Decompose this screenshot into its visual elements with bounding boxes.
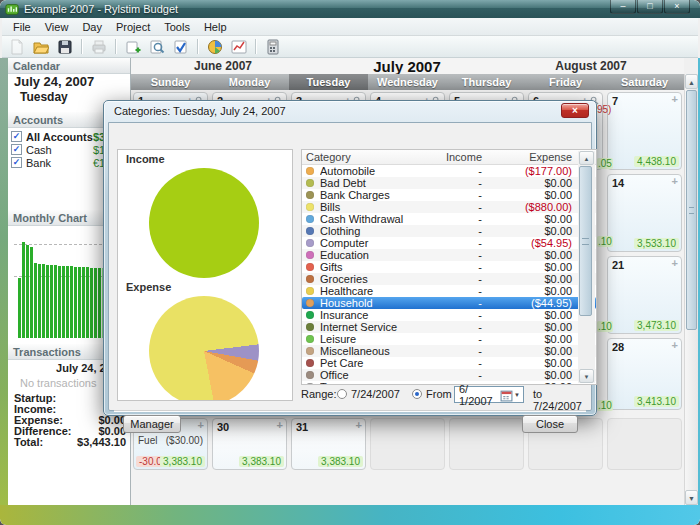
column-income[interactable]: Income xyxy=(432,151,482,163)
scroll-down-icon[interactable]: ▼ xyxy=(685,490,698,505)
category-name: Pet Care xyxy=(320,357,432,369)
add-transaction-icon[interactable]: + xyxy=(198,421,204,430)
pie-panel: Income Expense xyxy=(117,149,293,401)
weekday-sunday[interactable]: Sunday xyxy=(131,74,210,90)
category-row[interactable]: Education-$0.00 xyxy=(302,249,596,261)
checkbox-icon[interactable]: ✓ xyxy=(11,157,22,168)
category-list-header[interactable]: Category Income Expense xyxy=(302,150,596,165)
day-number: 7 xyxy=(612,95,618,107)
checkbox-icon[interactable]: ✓ xyxy=(11,144,22,155)
day-cell-30[interactable]: 30+3,383.10 xyxy=(212,418,287,470)
day-cell-7[interactable]: 7+4,438.10 xyxy=(607,92,682,170)
title-bar[interactable]: Example 2007 - Rylstim Budget – □ × xyxy=(0,0,700,18)
category-row[interactable]: Pet Care-$0.00 xyxy=(302,357,596,369)
weekday-monday[interactable]: Monday xyxy=(210,74,289,90)
list-scrollbar-thumb[interactable] xyxy=(579,166,592,316)
category-row[interactable]: Office-$0.00 xyxy=(302,369,596,381)
transaction-row[interactable]: Fuel($30.00) xyxy=(138,435,203,446)
day-number: 30 xyxy=(217,421,229,433)
category-expense: $0.00 xyxy=(482,249,572,261)
date-dropdown-icon[interactable]: ▼ xyxy=(513,392,523,398)
weekday-wednesday[interactable]: Wednesday xyxy=(368,74,447,90)
scrollbar-thumb[interactable] xyxy=(686,90,697,330)
dialog-close-action-button[interactable]: Close xyxy=(522,415,578,433)
category-row[interactable]: Taxes-$0.00 xyxy=(302,381,596,385)
weekday-tuesday[interactable]: Tuesday xyxy=(289,74,368,90)
menu-file[interactable]: File xyxy=(6,19,38,35)
open-folder-icon[interactable] xyxy=(30,38,52,56)
add-transaction-icon[interactable]: + xyxy=(672,177,678,186)
chart-bar xyxy=(34,263,37,338)
category-income: - xyxy=(432,225,482,237)
category-row[interactable]: Bad Debt-$0.00 xyxy=(302,177,596,189)
print-icon[interactable] xyxy=(88,38,110,56)
list-scroll-up-icon[interactable]: ▲ xyxy=(579,151,594,165)
category-list-scrollbar[interactable]: ▲ ▼ xyxy=(578,151,595,383)
category-row[interactable]: Healthcare-$0.00 xyxy=(302,285,596,297)
range-from-label[interactable]: From xyxy=(426,388,452,400)
column-expense[interactable]: Expense xyxy=(482,151,572,163)
search-icon[interactable] xyxy=(146,38,168,56)
line-chart-icon[interactable] xyxy=(228,38,250,56)
category-name: Taxes xyxy=(320,381,432,385)
category-row[interactable]: Groceries-$0.00 xyxy=(302,273,596,285)
menu-day[interactable]: Day xyxy=(75,19,109,35)
weekday-saturday[interactable]: Saturday xyxy=(605,74,684,90)
day-cell-31[interactable]: 31+3,383.10 xyxy=(291,418,366,470)
calendar-scrollbar[interactable]: ▲ ▼ xyxy=(684,74,698,505)
chart-bar xyxy=(74,267,77,338)
category-row[interactable]: Cash Withdrawal-$0.00 xyxy=(302,213,596,225)
category-expense: $0.00 xyxy=(482,321,572,333)
from-date-input[interactable]: 6/ 1/2007 ▼ xyxy=(454,386,524,403)
minimize-button[interactable]: – xyxy=(610,0,636,14)
category-list: Category Income Expense Automobile-($177… xyxy=(301,149,597,385)
menu-help[interactable]: Help xyxy=(197,19,234,35)
add-transaction-icon[interactable]: + xyxy=(672,341,678,350)
from-date-value[interactable]: 6/ 1/2007 xyxy=(459,383,500,407)
range-single-date-radio[interactable] xyxy=(337,389,347,399)
manager-button[interactable]: Manager xyxy=(123,415,181,433)
add-transaction-icon[interactable]: + xyxy=(672,259,678,268)
category-row[interactable]: Bills-($880.00) xyxy=(302,201,596,213)
category-color-dot xyxy=(306,299,314,307)
list-scroll-down-icon[interactable]: ▼ xyxy=(579,369,594,383)
category-row[interactable]: Bank Charges-$0.00 xyxy=(302,189,596,201)
add-record-icon[interactable] xyxy=(122,38,144,56)
category-row[interactable]: Insurance-$0.00 xyxy=(302,309,596,321)
category-row[interactable]: Leisure-$0.00 xyxy=(302,333,596,345)
menu-view[interactable]: View xyxy=(38,19,76,35)
checkbox-icon[interactable]: ✓ xyxy=(11,131,22,142)
dialog-close-button[interactable]: × xyxy=(561,103,589,118)
menu-project[interactable]: Project xyxy=(109,19,157,35)
range-single-date-label[interactable]: 7/24/2007 xyxy=(351,388,400,400)
save-icon[interactable] xyxy=(54,38,76,56)
close-button[interactable]: × xyxy=(664,0,690,14)
add-transaction-icon[interactable]: + xyxy=(356,421,362,430)
day-cell-14[interactable]: 14+3,533.10 xyxy=(607,174,682,252)
weekday-thursday[interactable]: Thursday xyxy=(447,74,526,90)
day-cell-21[interactable]: 21+3,473.10 xyxy=(607,256,682,334)
new-document-icon[interactable] xyxy=(6,38,28,56)
day-cell-28[interactable]: 28+3,413.10 xyxy=(607,338,682,410)
column-category[interactable]: Category xyxy=(306,151,432,163)
range-from-radio[interactable] xyxy=(412,389,422,399)
category-row[interactable]: Internet Service-$0.00 xyxy=(302,321,596,333)
maximize-button[interactable]: □ xyxy=(637,0,663,14)
add-transaction-icon[interactable]: + xyxy=(277,421,283,430)
category-income: - xyxy=(432,213,482,225)
weekday-friday[interactable]: Friday xyxy=(526,74,605,90)
category-row[interactable]: Computer-($54.95) xyxy=(302,237,596,249)
category-row[interactable]: Clothing-$0.00 xyxy=(302,225,596,237)
pie-chart-icon[interactable] xyxy=(204,38,226,56)
scroll-up-icon[interactable]: ▲ xyxy=(685,74,698,89)
category-row[interactable]: Household-($44.95) xyxy=(302,297,596,309)
add-transaction-icon[interactable]: + xyxy=(672,95,678,104)
calendar-picker-icon[interactable] xyxy=(500,389,513,401)
category-row[interactable]: Miscellaneous-$0.00 xyxy=(302,345,596,357)
category-row[interactable]: Automobile-($177.00) xyxy=(302,165,596,177)
category-income: - xyxy=(432,309,482,321)
category-row[interactable]: Gifts-$0.00 xyxy=(302,261,596,273)
calculator-icon[interactable] xyxy=(262,38,284,56)
check-day-icon[interactable] xyxy=(170,38,192,56)
menu-tools[interactable]: Tools xyxy=(157,19,197,35)
